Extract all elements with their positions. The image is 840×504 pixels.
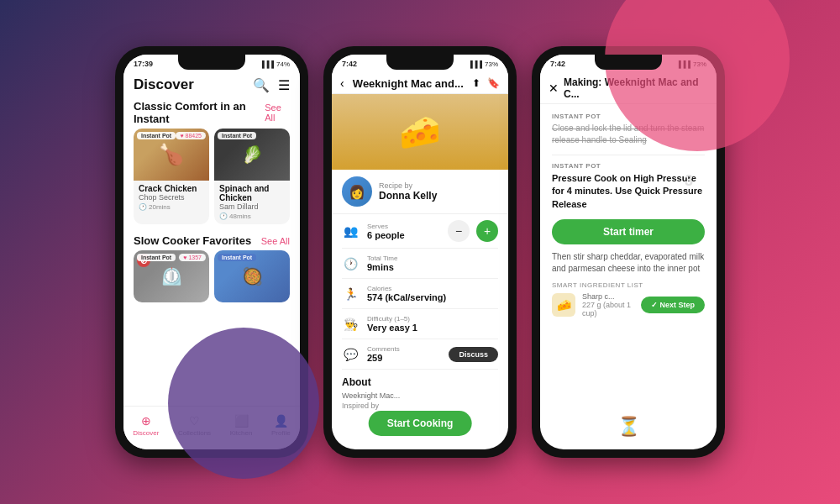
- recipe1-info: Crack Chicken Chop Secrets 🕐 20mins: [134, 181, 209, 215]
- ingredient-amount: 227 g (about 1 cup): [582, 301, 634, 318]
- share-icon[interactable]: ⬆: [472, 77, 480, 89]
- status-time-2: 7:42: [342, 60, 357, 68]
- step3-text: Then stir sharp cheddar, evaporated milk…: [552, 251, 705, 275]
- time-label: Total Time: [367, 255, 498, 262]
- mac-cheese-image: 🧀: [399, 113, 441, 152]
- time-value: 9mins: [367, 262, 498, 272]
- comment-icon: 💬: [342, 348, 359, 361]
- about-heading: About: [332, 370, 508, 391]
- calories-row: 🏃 Calories 574 (kCal/serving): [342, 279, 498, 309]
- comments-content: Comments 259: [367, 345, 440, 363]
- see-all-1[interactable]: See All: [265, 102, 290, 123]
- recipe-grid-2: ⏲️ ⊘ Instant Pot ♥ 1357 🥘 Instant Pot: [123, 250, 300, 302]
- notch-2: [386, 55, 454, 70]
- phone-2-screen: 7:42 ▐▐▐ 73% ‹ Weeknight Mac and... ⬆ 🔖 …: [332, 55, 508, 449]
- comments-label: Comments: [367, 345, 440, 353]
- recipe-card-3[interactable]: ⏲️ ⊘ Instant Pot ♥ 1357: [134, 250, 209, 302]
- p1-header: Discover 🔍 ☰: [123, 71, 300, 97]
- compass-icon: ⊕: [141, 414, 151, 428]
- ingredient-name: Sharp c...: [582, 292, 634, 301]
- recipe1-author: Chop Secrets: [139, 193, 204, 202]
- start-cooking-button[interactable]: Start Cooking: [369, 411, 472, 436]
- calories-content: Calories 574 (kCal/serving): [367, 285, 498, 302]
- author-info: Recipe by Donna Kelly: [379, 181, 437, 202]
- author-avatar: 👩: [342, 176, 372, 207]
- author-name: Donna Kelly: [379, 190, 437, 202]
- difficulty-label: Difficulty (1–5): [367, 315, 498, 323]
- recipe-card-2[interactable]: 🥬 Instant Pot Spinach and Chicken Sam Di…: [214, 129, 290, 224]
- minus-button[interactable]: −: [448, 220, 470, 242]
- back-button-2[interactable]: ‹: [340, 76, 344, 90]
- recipe-grid-1: 🍗 Instant Pot ♥ 88425 Crack Chicken Chop…: [123, 129, 300, 224]
- calories-value: 574 (kCal/serving): [367, 292, 498, 302]
- back-button-3[interactable]: ✕: [549, 81, 559, 95]
- decorative-blob-2: [168, 328, 319, 479]
- smart-ingredient-label: SMART INGREDIENT LIST: [552, 281, 705, 289]
- battery-1: 74%: [276, 60, 290, 68]
- signal-icon-2: ▐▐▐: [468, 60, 482, 68]
- see-all-2[interactable]: See All: [261, 236, 290, 246]
- recipe1-time: 🕐 20mins: [139, 203, 204, 211]
- time-row: 🕐 Total Time 9mins: [342, 249, 498, 279]
- notch-1: [178, 55, 245, 70]
- signal-icon: ▐▐▐: [260, 60, 274, 68]
- step2-section: INSTANT POT 3 Pressure Cook on High Pres…: [552, 162, 705, 211]
- difficulty-row: 👨‍🍳 Difficulty (1–5) Very easy 1: [342, 309, 498, 339]
- next-step-button[interactable]: ✓ Next Step: [641, 297, 705, 313]
- serves-value: 6 people: [367, 230, 439, 240]
- heart-icon: ♥: [180, 133, 183, 139]
- p2-hero-image: 🧀: [332, 94, 508, 170]
- serve-controls: − +: [448, 220, 498, 242]
- battery-2: 73%: [485, 60, 498, 68]
- status-icons-1: ▐▐▐ 74%: [260, 60, 290, 68]
- p2-header: ‹ Weeknight Mac and... ⬆ 🔖: [332, 71, 508, 94]
- timer-icon: ⏳: [617, 416, 640, 438]
- notch-3: [595, 55, 662, 70]
- recipe2-time: 🕐 48mins: [219, 213, 285, 220]
- clock-icon-1: 🕐: [139, 203, 147, 211]
- recipe2-tag: Instant Pot: [218, 132, 256, 139]
- section1-title: Classic Comfort in an Instant: [134, 100, 265, 125]
- plus-button[interactable]: +: [476, 220, 498, 242]
- step-divider: [552, 155, 705, 155]
- recipe-img-1: 🍗 Instant Pot ♥ 88425: [134, 129, 209, 181]
- inspired-by: Inspired by: [332, 400, 508, 412]
- bookmark-icon[interactable]: 🔖: [487, 77, 500, 89]
- calories-label: Calories: [367, 285, 498, 292]
- ingredient-row: 🧀 Sharp c... 227 g (about 1 cup) ✓ Next …: [552, 292, 705, 318]
- step2-tag: INSTANT POT: [552, 162, 705, 170]
- recipe3-tag: Instant Pot: [137, 254, 176, 261]
- serves-content: Serves 6 people: [367, 223, 439, 240]
- search-icon[interactable]: 🔍: [253, 77, 270, 93]
- cheese-icon: 🧀: [552, 293, 575, 317]
- section1-header: Classic Comfort in an Instant See All: [123, 97, 300, 129]
- recipe1-tag: Instant Pot: [137, 132, 176, 139]
- comments-value: 259: [367, 353, 440, 363]
- recipe-card-4[interactable]: 🥘 Instant Pot: [214, 250, 290, 302]
- header-icons: 🔍 ☰: [253, 77, 290, 93]
- recipe-by-section: 👩 Recipe by Donna Kelly: [332, 170, 508, 214]
- difficulty-content: Difficulty (1–5) Very easy 1: [367, 315, 498, 333]
- step2-text: Pressure Cook on High Pressure for 4 min…: [552, 172, 705, 211]
- heart-icon-3: ♥: [183, 255, 186, 260]
- recipe-card-1[interactable]: 🍗 Instant Pot ♥ 88425 Crack Chicken Chop…: [134, 129, 209, 224]
- recipe2-info: Spinach and Chicken Sam Dillard 🕐 48mins: [214, 181, 290, 224]
- people-icon: 👥: [342, 224, 359, 238]
- recipe-img-3: ⏲️ ⊘ Instant Pot ♥ 1357: [134, 250, 209, 302]
- clock-icon: 🕐: [342, 257, 359, 270]
- recipe1-likes: ♥ 88425: [176, 132, 206, 139]
- recipe-img-4: 🥘 Instant Pot: [214, 250, 290, 302]
- section2-title: Slow Cooker Favorites: [134, 234, 251, 247]
- discuss-button[interactable]: Discuss: [449, 347, 498, 362]
- nav-discover[interactable]: ⊕ Discover: [133, 414, 159, 437]
- chef-icon: 👨‍🍳: [342, 318, 359, 331]
- menu-icon[interactable]: ☰: [278, 77, 290, 93]
- start-timer-button[interactable]: Start timer: [552, 219, 705, 244]
- recipe2-author: Sam Dillard: [219, 202, 285, 211]
- difficulty-value: Very easy 1: [367, 323, 498, 333]
- status-time-3: 7:42: [550, 60, 565, 68]
- phone-2: 7:42 ▐▐▐ 73% ‹ Weeknight Mac and... ⬆ 🔖 …: [323, 46, 517, 458]
- recipe4-tag: Instant Pot: [218, 254, 256, 261]
- serves-row: 👥 Serves 6 people − +: [342, 214, 498, 249]
- section2-header: Slow Cooker Favorites See All: [123, 231, 300, 250]
